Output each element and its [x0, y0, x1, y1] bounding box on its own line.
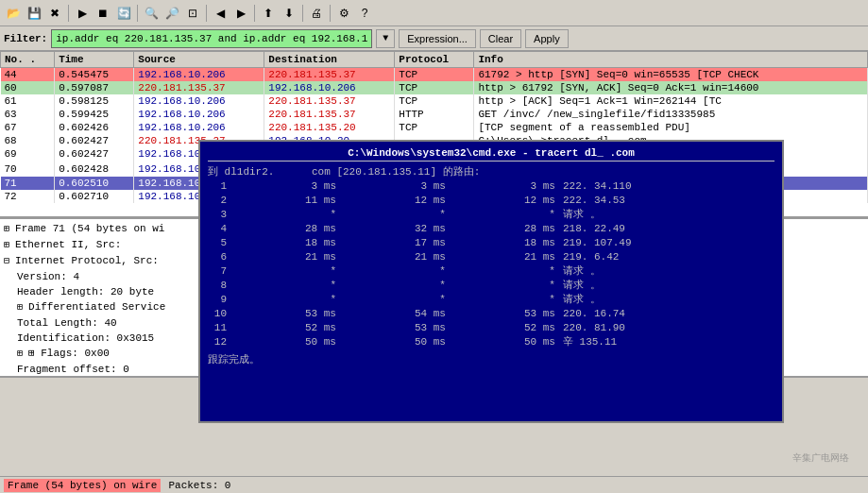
cmd-cell: 17 ms	[340, 236, 450, 250]
cmd-cell: 7	[208, 264, 230, 279]
cmd-cell: 3 ms	[450, 179, 559, 194]
cmd-cell: *	[340, 264, 450, 279]
sep6	[330, 5, 331, 22]
next-btn[interactable]: ▶	[231, 4, 250, 23]
clear-btn[interactable]: Clear	[480, 29, 521, 48]
cell-4: TCP	[395, 81, 474, 94]
cmd-cell: 11 ms	[230, 194, 340, 208]
cell-3: 220.181.135.37	[264, 94, 395, 108]
zoom-fit-btn[interactable]: ⊡	[183, 4, 202, 23]
col-no[interactable]: No. .	[1, 52, 55, 68]
save-btn[interactable]: 💾	[25, 4, 43, 23]
settings-btn[interactable]: ⚙	[334, 4, 353, 23]
cmd-row: 1152 ms53 ms52 ms220. 81.90	[208, 321, 774, 335]
filter-dropdown-btn[interactable]: ▼	[376, 29, 395, 48]
stop-btn[interactable]: ⏹	[94, 4, 112, 23]
cell-0: 72	[1, 190, 55, 203]
cmd-cell: 32 ms	[340, 222, 450, 236]
sep1	[68, 5, 69, 22]
watermark: 辛集广电网络	[792, 451, 849, 465]
restart-btn[interactable]: 🔄	[114, 4, 133, 23]
col-protocol[interactable]: Protocol	[395, 52, 474, 68]
cmd-cell: 12 ms	[450, 194, 559, 208]
cmd-cell: 18 ms	[450, 236, 559, 250]
up-btn[interactable]: ⬆	[259, 4, 278, 23]
start-btn[interactable]: ▶	[73, 4, 92, 23]
col-info[interactable]: Info	[474, 52, 868, 68]
cell-5: 61792 > http [SYN] Seq=0 win=65535 [TCP …	[474, 68, 868, 82]
cmd-cell: 21 ms	[230, 250, 340, 264]
help-btn[interactable]: ?	[355, 4, 374, 23]
cmd-cell: 请求 。	[559, 208, 774, 222]
cell-2: 192.168.10.206	[134, 94, 264, 108]
cmd-cell: *	[230, 293, 340, 307]
cmd-cell: 219. 6.42	[559, 250, 774, 264]
cmd-row: 518 ms17 ms18 ms219. 107.49	[208, 236, 774, 250]
cell-4: TCP	[395, 121, 474, 134]
cmd-cell: 12	[208, 335, 230, 349]
open-btn[interactable]: 📂	[4, 4, 23, 23]
zoom-out-btn[interactable]: 🔎	[162, 4, 181, 23]
filter-bar: Filter: ▼ Expression... Clear Apply	[0, 26, 868, 51]
col-time[interactable]: Time	[55, 52, 134, 68]
cmd-cell: *	[340, 293, 450, 307]
table-row[interactable]: 610.598125192.168.10.206220.181.135.37TC…	[1, 94, 868, 108]
cmd-cell: 4	[208, 222, 230, 236]
cmd-cell: 请求 。	[559, 264, 774, 279]
cell-1: 0.598125	[55, 94, 134, 108]
table-row[interactable]: 630.599425192.168.10.206220.181.135.37HT…	[1, 108, 868, 121]
prev-btn[interactable]: ◀	[211, 4, 230, 23]
cmd-cell: *	[230, 279, 340, 293]
cell-0: 67	[1, 121, 55, 134]
zoom-in-btn[interactable]: 🔍	[142, 4, 161, 23]
cell-1: 0.602428	[55, 161, 134, 177]
cmd-cell: *	[450, 279, 559, 293]
status-packet-count: Packets: 0	[168, 480, 230, 491]
cell-3: 192.168.10.206	[264, 81, 395, 94]
cell-2: 192.168.10.206	[134, 121, 264, 134]
down-btn[interactable]: ⬇	[280, 4, 298, 23]
cell-4: HTTP	[395, 108, 474, 121]
cmd-cell: 53 ms	[230, 307, 340, 321]
cell-1: 0.545475	[55, 68, 134, 82]
col-source[interactable]: Source	[134, 52, 264, 68]
cmd-row: 1053 ms54 ms53 ms220. 16.74	[208, 307, 774, 321]
status-frame-info: Frame (54 bytes) on wire	[4, 479, 161, 492]
print-btn[interactable]: 🖨	[307, 4, 326, 23]
cmd-cell: 50 ms	[450, 335, 559, 349]
apply-btn[interactable]: Apply	[525, 29, 569, 48]
close-btn[interactable]: ✖	[45, 4, 64, 23]
cmd-cell: 11	[208, 321, 230, 335]
cmd-cell: 18 ms	[230, 236, 340, 250]
cell-1: 0.602710	[55, 190, 134, 203]
cmd-cell: 52 ms	[450, 321, 559, 335]
cmd-cell: 54 ms	[340, 307, 450, 321]
cell-0: 70	[1, 161, 55, 177]
expression-btn[interactable]: Expression...	[399, 29, 476, 48]
filter-input[interactable]	[51, 29, 372, 48]
cmd-row: 8***请求 。	[208, 279, 774, 293]
table-row[interactable]: 600.597087220.181.135.37192.168.10.206TC…	[1, 81, 868, 94]
cell-1: 0.602427	[55, 147, 134, 161]
cmd-footer: 跟踪完成。	[208, 353, 774, 367]
col-destination[interactable]: Destination	[264, 52, 395, 68]
sep3	[206, 5, 207, 22]
cmd-cell: 28 ms	[230, 222, 340, 236]
cmd-row: 211 ms12 ms12 ms222. 34.53	[208, 194, 774, 208]
table-row[interactable]: 440.545475192.168.10.206220.181.135.37TC…	[1, 68, 868, 82]
cell-1: 0.599425	[55, 108, 134, 121]
cell-0: 71	[1, 177, 55, 190]
cmd-cell: 219. 107.49	[559, 236, 774, 250]
cmd-cell: 请求 。	[559, 293, 774, 307]
cell-2: 192.168.10.206	[134, 108, 264, 121]
cmd-row: 9***请求 。	[208, 293, 774, 307]
cmd-row: 1250 ms50 ms50 ms辛 135.11	[208, 335, 774, 349]
cmd-row: 428 ms32 ms28 ms218. 22.49	[208, 222, 774, 236]
cmd-cell: 请求 。	[559, 279, 774, 293]
sep5	[302, 5, 303, 22]
cmd-cell: *	[340, 208, 450, 222]
cmd-cell: 21 ms	[450, 250, 559, 264]
table-row[interactable]: 670.602426192.168.10.206220.181.135.20TC…	[1, 121, 868, 134]
cell-1: 0.602426	[55, 121, 134, 134]
cmd-cell: 6	[208, 250, 230, 264]
